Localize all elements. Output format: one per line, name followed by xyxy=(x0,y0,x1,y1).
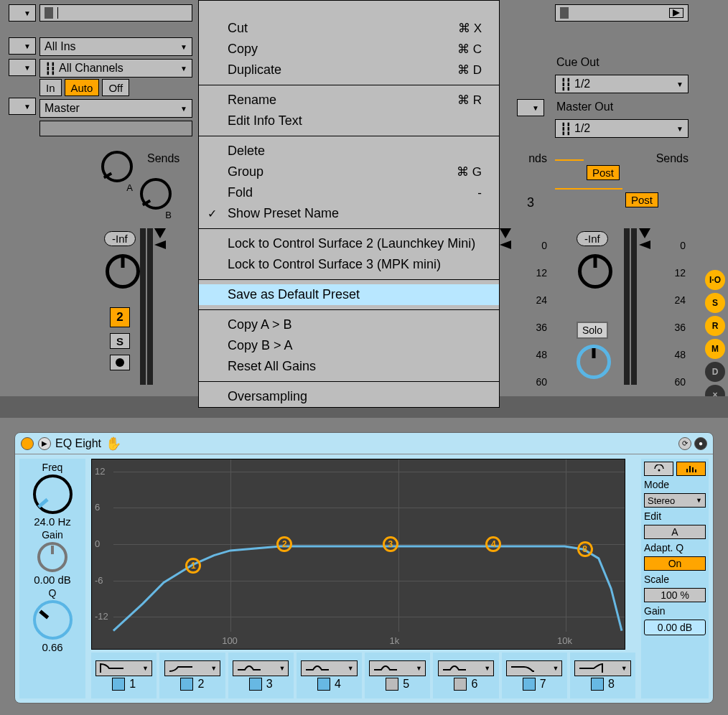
menu-delete[interactable]: Delete xyxy=(199,141,499,162)
q-value[interactable]: 0.66 xyxy=(42,641,62,653)
arm-button[interactable] xyxy=(110,355,130,370)
menu-group[interactable]: Group⌘ G xyxy=(199,162,499,182)
menu-save-as-default-preset[interactable]: Save as Default Preset xyxy=(199,284,499,305)
scale-value[interactable]: 100 % xyxy=(644,588,706,602)
device-refresh-icon[interactable]: ⟳ xyxy=(678,437,691,450)
send-a-knob[interactable]: A xyxy=(101,151,133,193)
device-save-icon[interactable]: ● xyxy=(694,437,707,450)
q-knob[interactable] xyxy=(33,600,73,640)
post-a[interactable]: Post xyxy=(587,165,620,180)
eq-node-3[interactable]: 3 xyxy=(383,536,398,552)
rail-d[interactable]: D xyxy=(705,362,725,382)
band-4-type[interactable]: ▼ xyxy=(301,660,357,676)
audition-button[interactable] xyxy=(644,462,673,476)
outgain-value[interactable]: 0.00 dB xyxy=(644,620,706,635)
eq-graph[interactable]: -12-606121001k10k12348 xyxy=(91,459,625,650)
track-dd-2[interactable] xyxy=(9,37,36,55)
menu-oversampling[interactable]: Oversampling xyxy=(199,386,499,407)
menu-fold[interactable]: Fold- xyxy=(199,182,499,203)
input-type[interactable]: All Ins xyxy=(39,37,192,56)
band-1-type[interactable]: ▼ xyxy=(95,660,151,676)
band-6-enable[interactable] xyxy=(454,678,467,691)
band-4-enable[interactable] xyxy=(317,678,330,691)
monitor-in[interactable]: In xyxy=(39,79,62,96)
band-7-enable[interactable] xyxy=(523,678,536,691)
vol-value[interactable]: -Inf xyxy=(104,231,136,246)
menu-edit-info-text[interactable]: Edit Info Text xyxy=(199,111,499,131)
band-2-type[interactable]: ▼ xyxy=(164,660,220,676)
input-channel-label: All Channels xyxy=(59,62,123,75)
pan-knob[interactable] xyxy=(106,254,140,289)
fader-left-icon-2[interactable] xyxy=(500,240,511,249)
band-3-type[interactable]: ▼ xyxy=(233,660,289,676)
menu-copy-a-b[interactable]: Copy A > B xyxy=(199,314,499,335)
rail-r[interactable]: R xyxy=(705,316,725,336)
master-vol[interactable]: -Inf xyxy=(577,231,608,246)
band-3-enable[interactable] xyxy=(249,678,262,691)
menu-show-preset-name[interactable]: Show Preset Name xyxy=(199,203,499,224)
menu-lock-to-control-surface-2-launchkey-mini-[interactable]: Lock to Control Surface 2 (Launchkey Min… xyxy=(199,233,499,254)
master-clip-slot[interactable] xyxy=(555,4,689,22)
band-5-type[interactable]: ▼ xyxy=(369,660,425,676)
track-dd-3[interactable] xyxy=(9,59,36,76)
band-3-num: 3 xyxy=(266,678,273,691)
track-dd-1[interactable] xyxy=(9,4,36,22)
menu-copy-b-a[interactable]: Copy B > A xyxy=(199,335,499,356)
cue-knob[interactable] xyxy=(577,345,611,379)
output-sub[interactable] xyxy=(39,121,192,136)
fader-down-icon[interactable] xyxy=(154,228,166,238)
master-pan-knob[interactable] xyxy=(578,254,612,289)
cue-out[interactable]: ┇┇1/2 xyxy=(555,75,689,93)
menu-copy[interactable]: Copy⌘ C xyxy=(199,39,499,60)
input-channel[interactable]: ┇┇All Channels xyxy=(39,59,192,78)
gain-value[interactable]: 0.00 dB xyxy=(34,574,71,586)
fader-left-icon[interactable] xyxy=(154,240,166,249)
band-7-type[interactable]: ▼ xyxy=(506,660,562,676)
adaptq-button[interactable]: On xyxy=(644,556,706,571)
freq-value[interactable]: 24.0 Hz xyxy=(34,515,71,528)
midi-note-slot[interactable] xyxy=(39,4,192,22)
eq-node-4[interactable]: 4 xyxy=(485,536,501,552)
device-preset-prev-icon[interactable]: ▶ xyxy=(38,437,51,450)
menu-reset-all-gains[interactable]: Reset All Gains xyxy=(199,356,499,377)
eq-node-8[interactable]: 8 xyxy=(577,541,593,557)
eq-node-2[interactable]: 2 xyxy=(276,536,292,552)
menu-rename[interactable]: Rename⌘ R xyxy=(199,90,499,111)
device-on-icon[interactable] xyxy=(21,437,34,450)
monitor-off[interactable]: Off xyxy=(102,79,129,96)
edit-select[interactable]: A xyxy=(644,525,706,539)
menu-duplicate[interactable]: Duplicate⌘ D xyxy=(199,60,499,80)
output-routing[interactable]: Master xyxy=(39,99,192,118)
fader-left-icon-3[interactable] xyxy=(639,240,650,249)
band-6-type[interactable]: ▼ xyxy=(438,660,494,676)
band-8-enable[interactable] xyxy=(591,678,604,691)
band-1-enable[interactable] xyxy=(112,678,125,691)
menu-cut[interactable]: Cut⌘ X xyxy=(199,18,499,39)
rail-io[interactable]: I·O xyxy=(705,270,725,290)
track-activator[interactable]: 2 xyxy=(110,307,130,327)
rail-s[interactable]: S xyxy=(705,293,725,313)
master-solo[interactable]: Solo xyxy=(577,322,608,339)
band-8-type[interactable]: ▼ xyxy=(574,660,630,676)
monitor-auto[interactable]: Auto xyxy=(65,79,100,96)
band-2-enable[interactable] xyxy=(180,678,193,691)
master-out[interactable]: ┇┇1/2 xyxy=(555,119,689,138)
eq-node-1[interactable]: 1 xyxy=(185,558,201,574)
overflow-dd[interactable] xyxy=(517,99,544,116)
track-dd-4[interactable] xyxy=(9,98,36,115)
fader-down-icon-3[interactable] xyxy=(639,228,650,238)
band-5-enable[interactable] xyxy=(386,678,398,691)
mode-select[interactable]: Stereo xyxy=(644,493,706,508)
send-b-knob[interactable]: B xyxy=(140,178,172,220)
db-36: 36 xyxy=(530,322,547,349)
rail-m[interactable]: M xyxy=(705,339,725,359)
analyzer-button[interactable] xyxy=(676,462,706,476)
menu-lock-to-control-surface-3-mpk-mini-[interactable]: Lock to Control Surface 3 (MPK mini) xyxy=(199,254,499,275)
device-title-bar[interactable]: ▶ EQ Eight ✋ ⟳ ● xyxy=(15,433,713,454)
freq-knob[interactable] xyxy=(33,475,73,514)
solo-button[interactable]: S xyxy=(110,333,130,349)
gain-knob[interactable] xyxy=(37,542,67,572)
fader-down-icon-2[interactable] xyxy=(500,228,511,238)
post-b[interactable]: Post xyxy=(625,192,658,207)
mdb-60: 60 xyxy=(668,376,686,391)
